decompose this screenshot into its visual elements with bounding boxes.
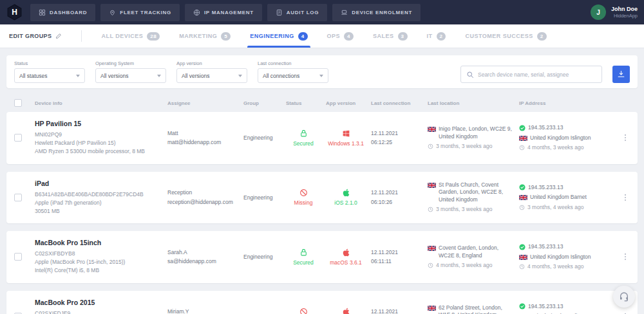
location-address: Inigo Place, London, WC2E 9, United King…: [439, 125, 514, 140]
globe-icon: [193, 9, 200, 16]
nav-item-label: DASHBOARD: [50, 10, 87, 15]
header-status: Status: [286, 100, 321, 106]
table-header-row: Device info Assignee Group Status App ve…: [6, 94, 638, 112]
search-input[interactable]: [478, 71, 596, 78]
tab-engineering[interactable]: ENGINEERING 4: [250, 24, 307, 48]
row-checkbox[interactable]: [14, 134, 22, 142]
tab-label: SALES: [373, 33, 394, 39]
uk-flag-icon: [428, 127, 436, 132]
table-row[interactable]: MacBook Pro 15inch C02SXIFBDYB8 Apple (M…: [6, 231, 638, 283]
assignee-name: Reception: [167, 188, 238, 197]
chevron-down-icon: [319, 75, 323, 77]
tab-count-badge: 2: [437, 32, 446, 41]
assignee-email: matt@hiddenapp.com: [167, 138, 238, 147]
headset-icon: [619, 291, 629, 302]
device-name[interactable]: iPad: [35, 180, 162, 187]
laptop-icon: [341, 9, 348, 16]
tab-marketing[interactable]: MARKETING 5: [179, 24, 231, 48]
filter-label-status: Status: [14, 60, 85, 66]
status-filter-select[interactable]: All statuses: [14, 68, 85, 83]
user-menu[interactable]: J John Doe HiddenApp: [591, 5, 638, 20]
group-label: Engineering: [243, 193, 281, 202]
tab-label: IT: [427, 33, 433, 39]
location-address: St Pauls Church, Covent Garden, London, …: [439, 181, 514, 203]
search-box: [460, 66, 602, 83]
table-row[interactable]: HP Pavilion 15 MNI02PQ9 Hewlett Packard …: [6, 112, 638, 164]
ip-address: 194.35.233.13: [528, 303, 563, 310]
last-connection-time: 06:10:26: [371, 198, 422, 207]
table-row[interactable]: MacBook Pro 2015 C02SXIFDJE9 Apple (MacB…: [6, 291, 638, 314]
download-icon: [617, 70, 625, 78]
row-checkbox[interactable]: [14, 253, 22, 261]
tab-count-badge: 28: [147, 32, 160, 41]
tab-count-badge: 4: [344, 32, 354, 41]
header-group: Group: [243, 100, 281, 106]
map-pin-icon: [109, 9, 116, 16]
ip-region: United Kingdom Islington: [530, 134, 591, 142]
check-circle-icon: [519, 303, 526, 309]
edit-groups-button[interactable]: EDIT GROUPS: [9, 33, 62, 39]
select-all-checkbox[interactable]: [14, 99, 22, 107]
row-checkbox[interactable]: [14, 194, 22, 201]
app-version-label: Windows 1.3.1: [328, 140, 364, 147]
last-connection-date: 12.11.2021: [371, 188, 422, 197]
nav-item-label: AUDIT LOG: [287, 10, 319, 15]
tab-it[interactable]: IT 2: [427, 24, 446, 48]
tab-all-devices[interactable]: ALL DEVICES 28: [101, 24, 160, 48]
assignee-name: Matt: [167, 129, 238, 138]
nav-item-fleet-tracking[interactable]: FLEET TRACKING: [100, 4, 180, 21]
clock-icon: [519, 264, 525, 270]
nav-item-device-enrolment[interactable]: DEVICE ENROLMENT: [332, 4, 421, 21]
nav-item-audit-log[interactable]: AUDIT LOG: [267, 4, 327, 21]
app-version-label: macOS 3.6.1: [330, 259, 362, 266]
ip-region: United Kingdom Barnet: [530, 194, 587, 201]
assignee-email: sa@hiddenapp.com: [167, 257, 238, 266]
assignee-name: Miriam.Y: [167, 307, 238, 314]
last-connection-filter-select[interactable]: All connections: [258, 68, 328, 83]
export-button[interactable]: [612, 66, 630, 83]
device-spec: AMD Ryzen 3 5300U mobile processor, 8 MB: [35, 147, 162, 156]
tab-ops[interactable]: OPS 4: [327, 24, 354, 48]
check-circle-icon: [519, 184, 526, 190]
last-connection-date: 12.11.2021: [371, 307, 422, 314]
top-navigation-bar: H DASHBOARD FLEET TRACKING IP MANAGEMENT…: [0, 0, 644, 24]
app-version-label: iOS 2.1.0: [334, 199, 357, 206]
device-name[interactable]: HP Pavilion 15: [35, 120, 162, 127]
status-label: Secured: [293, 259, 314, 266]
location-address: 62 Poland Street, London, W1F 8, United …: [439, 304, 514, 314]
header-device-info: Device info: [35, 100, 162, 106]
ip-ago: 3 months, 4 weeks ago: [527, 204, 583, 211]
device-name[interactable]: MacBook Pro 15inch: [35, 239, 162, 246]
tab-customer-success[interactable]: CUSTOMER SUCCESS 2: [465, 24, 546, 48]
location-ago: 4 months, 3 weeks ago: [436, 262, 492, 269]
nav-item-label: IP MANAGEMENT: [204, 10, 254, 15]
tab-label: CUSTOMER SUCCESS: [465, 33, 533, 39]
tab-sales[interactable]: SALES 3: [373, 24, 407, 48]
os-filter-select[interactable]: All versions: [95, 68, 166, 83]
location-ago: 3 months, 3 weeks ago: [436, 143, 492, 150]
app-version-filter-value: All versions: [182, 73, 209, 79]
apple-icon: [342, 189, 350, 197]
nav-item-ip-management[interactable]: IP MANAGEMENT: [185, 4, 262, 21]
support-button[interactable]: [613, 286, 635, 308]
status-label: Secured: [293, 140, 314, 147]
edit-groups-label: EDIT GROUPS: [9, 33, 52, 39]
device-serial: C02SXIFDJE9: [35, 309, 162, 314]
nav-item-dashboard[interactable]: DASHBOARD: [30, 4, 95, 21]
app-version-filter-select[interactable]: All versions: [176, 68, 247, 83]
pencil-icon: [55, 33, 62, 39]
row-menu-button[interactable]: [621, 252, 630, 261]
uk-flag-icon: [519, 195, 527, 200]
row-menu-button[interactable]: [621, 193, 630, 202]
user-name: John Doe: [611, 6, 638, 12]
filter-label-app-version: App version: [176, 60, 247, 66]
apple-icon: [342, 248, 350, 257]
clock-icon: [428, 207, 433, 212]
status-cell: Missing: [286, 189, 321, 206]
nav-item-label: FLEET TRACKING: [120, 10, 171, 15]
group-label: Engineering: [243, 312, 281, 314]
tab-count-badge: 5: [221, 32, 231, 41]
table-row[interactable]: iPad B6341A82BABE406BADE80BDF2E79CD4B Ap…: [6, 172, 638, 224]
device-name[interactable]: MacBook Pro 2015: [35, 299, 162, 306]
row-menu-button[interactable]: [621, 133, 630, 142]
